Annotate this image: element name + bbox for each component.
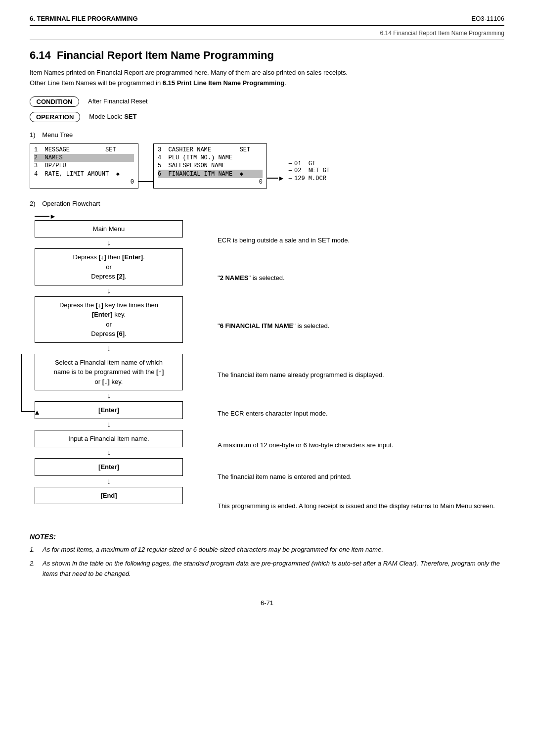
menu-right-box: 3 CASHIER NAME SET 4 PLU (ITM NO.) NAME …: [153, 143, 267, 189]
annotation-6: A maximum of 12 one-byte or 6 two-byte c…: [218, 435, 504, 456]
note-item-2: 2. As shown in the table on the followin…: [30, 559, 504, 579]
fc-box-main-menu: Main Menu: [35, 220, 183, 238]
fc-arrow-5: ↓: [35, 419, 183, 430]
left-connector: [138, 143, 153, 189]
section-number: 6.14: [30, 49, 51, 61]
branch-01: 01 GT: [294, 160, 315, 167]
condition-text: After Financial Reset: [88, 96, 148, 105]
fc-box-step3: Depress the [↓] key five times then[Ente…: [35, 296, 183, 343]
fc-step-4: Select a Financial item name of whichnam…: [35, 354, 183, 402]
header-top: 6. TERMINAL FILE PROGRAMMING EO3-11106: [30, 15, 504, 26]
annotation-text-6: A maximum of 12 one-byte or 6 two-byte c…: [218, 440, 394, 450]
menu-right-row-4: 6 FINANCIAL ITM NAME ◆: [158, 170, 263, 178]
fc-step-7: [Enter] ↓: [35, 458, 183, 487]
menu-left-row-3: 3 DP/PLU: [34, 162, 134, 170]
annotation-text-3: "6 FINANCIAL ITM NAME" is selected.: [218, 321, 329, 331]
fc-arrow-7: ↓: [35, 476, 183, 487]
notes-section: NOTES: 1. As for most items, a maximum o…: [30, 533, 504, 579]
fc-step-3: Depress the [↓] key five times then[Ente…: [35, 296, 183, 354]
annotation-2: "2 NAMES" is selected.: [218, 262, 504, 294]
note-item-1: 1. As for most items, a maximum of 12 re…: [30, 545, 504, 555]
fc-step-4-wrap: ▲ Select a Financial item name of whichn…: [35, 354, 183, 402]
header-right: EO3-11106: [472, 15, 505, 22]
flowchart-left-col: ► Main Menu ↓ Depress [↓] then [Enter].o…: [35, 212, 203, 519]
annotation-text-5: The ECR enters character input mode.: [218, 409, 328, 419]
annotation-text-2: "2 NAMES" is selected.: [218, 273, 285, 283]
entry-hline: [35, 216, 49, 217]
branch-line-1: — 01 GT: [289, 160, 330, 167]
operation-text: Mode Lock: SET: [89, 112, 136, 120]
right-connector-wrap: ►: [267, 174, 285, 182]
fc-arrow-6: ↓: [35, 447, 183, 458]
note-text-1: As for most items, a maximum of 12 regul…: [43, 545, 383, 555]
operation-mode: SET: [124, 113, 136, 120]
fc-arrow-4: ↓: [35, 390, 183, 401]
annotation-8: This programming is ended. A long receip…: [218, 498, 504, 519]
note-num-2: 2.: [30, 559, 39, 579]
entry-arrow-icon: ►: [49, 212, 56, 220]
operation-row: OPERATION Mode Lock: SET: [30, 112, 504, 122]
flowchart-num: 2): [30, 200, 36, 207]
branch-line-2: — 02 NET GT: [289, 167, 330, 174]
right-connector: ►: [267, 143, 285, 189]
page-number: 6-71: [261, 599, 273, 607]
page: 6. TERMINAL FILE PROGRAMMING EO3-11106 6…: [0, 0, 534, 756]
fc-box-step5: [Enter]: [35, 401, 183, 419]
condition-row: CONDITION After Financial Reset: [30, 96, 504, 107]
loop-vertical: [21, 354, 22, 413]
menu-tree-label: Menu Tree: [42, 131, 73, 139]
page-footer: 6-71: [30, 599, 504, 607]
loop-arrow-icon: ▲: [34, 408, 41, 416]
intro-text: Item Names printed on Financial Report a…: [30, 68, 504, 89]
annotation-spacer-7: [218, 487, 504, 498]
annotation-text-1: ECR is being outside a sale and in SET m…: [218, 236, 350, 245]
fc-step-2: Depress [↓] then [Enter].orDepress [2]. …: [35, 248, 183, 296]
menu-tree-num: 1): [30, 131, 36, 139]
fc-step-8: [End]: [35, 487, 183, 505]
branch-line-3: — 129 M.DCR: [289, 175, 330, 182]
fc-arrow-1: ↓: [35, 237, 183, 248]
condition-badge: CONDITION: [30, 96, 79, 107]
fc-step-5: [Enter] ↓: [35, 401, 183, 430]
branch-items: — 01 GT — 02 NET GT — 129 M.DCR: [289, 143, 330, 189]
annotation-spacer-6: [218, 456, 504, 467]
fc-box-step8: [End]: [35, 487, 183, 505]
intro-line-1: Item Names printed on Financial Report a…: [30, 69, 348, 76]
fc-box-step4: Select a Financial item name of whichnam…: [35, 354, 183, 391]
fc-box-step7: [Enter]: [35, 458, 183, 476]
intro-bold: 6.15 Print Line Item Name Programming: [163, 79, 284, 87]
fc-arrow-2: ↓: [35, 285, 183, 296]
fc-box-step2: Depress [↓] then [Enter].orDepress [2].: [35, 248, 183, 285]
right-connector-arrow: ►: [278, 174, 285, 182]
big-flowchart: ► Main Menu ↓ Depress [↓] then [Enter].o…: [35, 212, 504, 519]
branch-02: 02 NET GT: [294, 167, 330, 174]
annotation-spacer-3: [218, 347, 504, 358]
menu-right-row-1: 3 CASHIER NAME SET: [158, 146, 263, 154]
menu-tree-diagram: 1 MESSAGE SET 2 NAMES 3 DP/PLU 4 RATE, L…: [30, 143, 504, 189]
annotation-spacer-5: [218, 424, 504, 435]
menu-right-row-2: 4 PLU (ITM NO.) NAME: [158, 154, 263, 162]
branch-dash-1: —: [289, 160, 292, 167]
menu-left-row-4: 4 RATE, LIMIT AMOUNT ◆: [34, 170, 134, 178]
operation-badge: OPERATION: [30, 112, 80, 122]
annotation-4: The financial item name already programm…: [218, 358, 504, 392]
notes-list: 1. As for most items, a maximum of 12 re…: [30, 545, 504, 579]
entry-arrow-row: ►: [35, 212, 183, 220]
annotation-7: The financial item name is entered and p…: [218, 467, 504, 487]
fc-step-6: Input a Financial item name. ↓: [35, 430, 183, 459]
branch-dash-2: —: [289, 167, 292, 174]
menu-left-row-1: 1 MESSAGE SET: [34, 146, 134, 154]
flowchart-section-label: 2) Operation Flowchart: [30, 200, 504, 207]
annotation-text-4: The financial item name already programm…: [218, 370, 384, 380]
right-spacer-top: [218, 212, 504, 230]
section-heading: Financial Report Item Name Programming: [57, 49, 274, 61]
menu-left-box: 1 MESSAGE SET 2 NAMES 3 DP/PLU 4 RATE, L…: [30, 143, 138, 189]
annotation-spacer-4: [218, 392, 504, 403]
menu-tree-section: 1) Menu Tree: [30, 131, 504, 139]
flowchart-label: Operation Flowchart: [42, 200, 100, 207]
menu-right-row-3: 5 SALESPERSON NAME: [158, 162, 263, 170]
loop-bottom-h: [21, 411, 35, 412]
fc-step-1: Main Menu ↓: [35, 220, 183, 249]
note-text-2: As shown in the table on the following p…: [43, 559, 504, 579]
annotation-1: ECR is being outside a sale and in SET m…: [218, 230, 504, 251]
